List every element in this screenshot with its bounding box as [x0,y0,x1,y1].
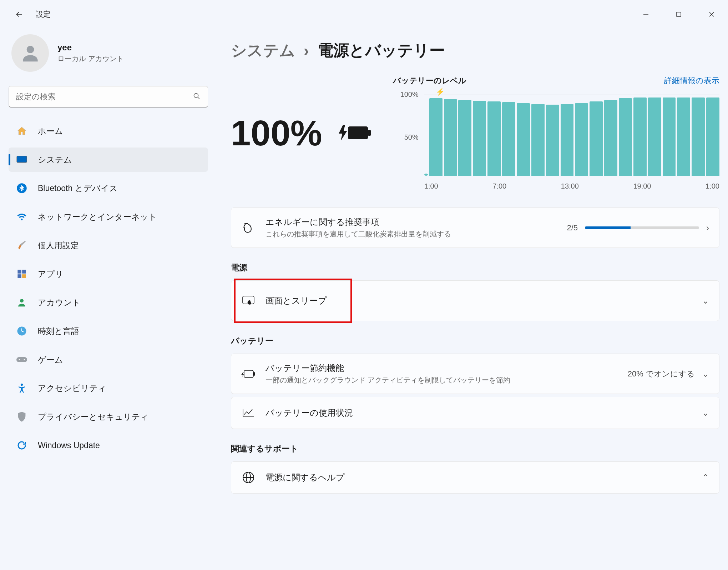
svg-point-18 [24,359,25,360]
person-icon [19,42,41,64]
gamepad-icon [16,354,28,366]
chart-y-axis: 100% 50% [393,90,421,176]
paintbrush-icon [16,239,28,251]
chevron-down-icon: ⌄ [702,296,709,306]
x-label: 1:00 [424,182,438,190]
sidebar-item-bluetooth[interactable]: Bluetooth とデバイス [9,176,208,200]
profile-subtitle: ローカル アカウント [57,54,124,64]
chart-x-axis: 1:007:0013:0019:001:00 [424,182,719,190]
arrow-left-icon [15,10,24,19]
sidebar-item-label: プライバシーとセキュリティ [38,411,149,422]
chart-bar [633,98,647,176]
card-subtitle: これらの推奨事項を適用して二酸化炭素排出量を削減する [266,229,557,239]
sidebar-item-gaming[interactable]: ゲーム [9,348,208,372]
section-support: 関連するサポート [231,443,719,454]
breadcrumb-parent[interactable]: システム [231,40,295,61]
card-title: バッテリー節約機能 [266,362,618,374]
apps-icon [16,268,28,280]
sidebar-item-label: Windows Update [38,441,100,450]
back-button[interactable] [9,4,30,25]
chart-bar [590,101,603,176]
svg-rect-11 [22,270,26,274]
battery-saver-threshold: 20% でオンにする [628,369,695,379]
profile[interactable]: yee ローカル アカウント [9,29,208,86]
chart-bar [444,99,457,176]
chart-bar [458,100,471,176]
chevron-right-icon: › [706,223,709,233]
power-help-card[interactable]: 電源に関するヘルプ ⌃ [231,461,719,494]
chart-bar [517,103,530,176]
chart-bars [424,95,719,176]
window-title: 設定 [36,9,51,19]
sidebar-item-label: アプリ [38,269,64,280]
svg-rect-10 [17,270,21,274]
battery-full-icon [332,122,371,144]
chart-bar [619,98,632,176]
minimize-button[interactable] [630,4,662,25]
card-title: バッテリーの使用状況 [266,407,692,419]
sidebar-item-system[interactable]: システム [9,148,208,172]
search-input[interactable] [9,86,208,108]
svg-rect-20 [348,126,368,139]
card-title: 電源に関するヘルプ [266,472,692,483]
svg-rect-23 [244,370,253,378]
main-content: システム › 電源とバッテリー 100% バッテリーのレベル 詳細情報の表示 [217,29,719,496]
chart-bar [561,104,574,176]
y-label-50: 50% [393,133,419,141]
sidebar-item-accessibility[interactable]: アクセシビリティ [9,376,208,400]
battery-percent-value: 100% [231,112,322,154]
clock-globe-icon [16,325,28,337]
energy-ratio: 2/5 [567,223,578,232]
avatar [11,34,49,72]
section-power: 電源 [231,262,719,273]
maximize-button[interactable] [662,4,695,25]
sidebar-item-home[interactable]: ホーム [9,119,208,143]
svg-point-4 [26,46,34,53]
sidebar-item-windows-update[interactable]: Windows Update [9,433,208,458]
sidebar-item-accounts[interactable]: アカウント [9,290,208,315]
screen-sleep-card[interactable]: 画面とスリープ ⌄ [231,280,719,321]
close-button[interactable] [695,4,728,25]
chart-bar [604,100,617,176]
sidebar-item-network[interactable]: ネットワークとインターネット [9,205,208,229]
sidebar-item-label: 個人用設定 [38,240,79,251]
close-icon [708,11,715,18]
chart-bar [677,98,690,176]
sidebar-item-personalization[interactable]: 個人用設定 [9,233,208,258]
titlebar: 設定 [0,0,728,29]
svg-rect-7 [17,156,27,162]
x-label: 1:00 [706,182,719,190]
accessibility-icon [16,382,28,394]
sidebar-item-time-language[interactable]: 時刻と言語 [9,319,208,343]
minimize-icon [642,11,649,18]
svg-rect-21 [368,130,371,136]
battery-usage-card[interactable]: バッテリーの使用状況 ⌄ [231,397,719,429]
battery-saver-card[interactable]: バッテリー節約機能 一部の通知とバックグラウンド アクティビティを制限してバッテ… [231,354,719,394]
card-title: 画面とスリープ [266,295,692,306]
x-label: 13:00 [561,182,579,190]
sidebar-item-label: システム [38,154,72,165]
chevron-down-icon: ⌄ [702,369,709,379]
chart-bar [429,98,443,176]
chart-line-icon [241,406,256,420]
breadcrumb: システム › 電源とバッテリー [231,40,719,61]
chart-bar [575,103,588,176]
chart-details-link[interactable]: 詳細情報の表示 [664,75,719,86]
profile-name: yee [57,42,124,52]
svg-rect-12 [17,274,21,278]
sidebar-item-label: ホーム [38,126,63,137]
update-icon [16,439,28,451]
energy-recommendations-card[interactable]: エネルギーに関する推奨事項 これらの推奨事項を適用して二酸化炭素排出量を削減する… [231,208,719,248]
svg-point-5 [194,94,198,98]
battery-saver-icon [241,367,256,381]
sidebar-item-label: 時刻と言語 [38,326,79,337]
energy-progress [585,226,699,229]
sidebar-item-label: Bluetooth とデバイス [38,183,118,194]
chevron-down-icon: ⌄ [702,408,709,418]
svg-rect-1 [677,12,681,16]
sidebar-item-privacy[interactable]: プライバシーとセキュリティ [9,405,208,429]
sidebar-item-apps[interactable]: アプリ [9,262,208,286]
svg-point-14 [20,299,24,302]
sidebar-item-label: ネットワークとインターネット [38,211,157,222]
y-label-100: 100% [393,90,419,99]
